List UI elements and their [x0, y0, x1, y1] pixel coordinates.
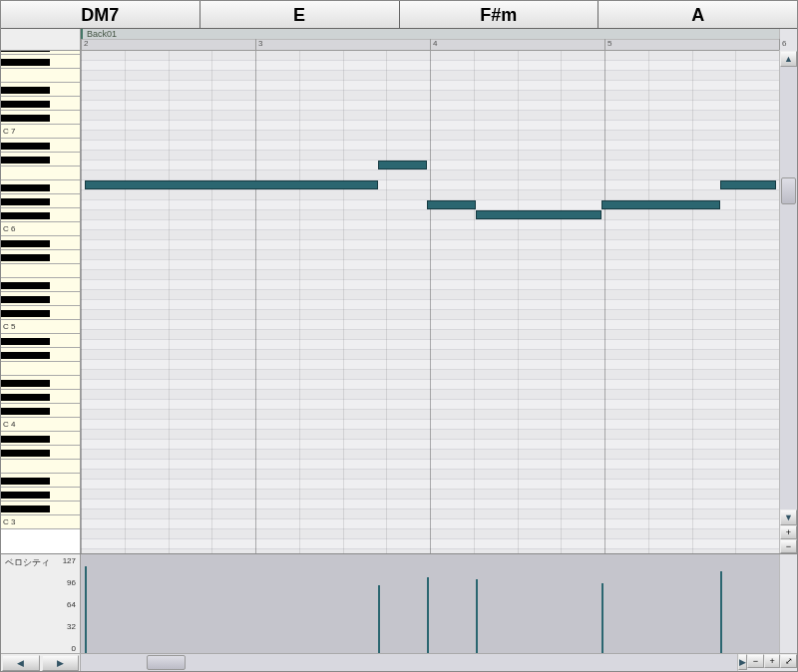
- beatline: [692, 51, 693, 553]
- black-key[interactable]: [1, 143, 50, 150]
- velocity-tick: 96: [67, 578, 76, 587]
- black-key[interactable]: [1, 352, 50, 359]
- velocity-bar[interactable]: [601, 583, 603, 653]
- note-grid[interactable]: [81, 51, 779, 553]
- midi-note[interactable]: [601, 200, 720, 209]
- black-key[interactable]: [1, 240, 50, 247]
- black-key[interactable]: [1, 101, 50, 108]
- vscroll-thumb[interactable]: [781, 177, 796, 204]
- beatline: [735, 51, 736, 553]
- vzoom-in-button[interactable]: +: [780, 525, 797, 539]
- black-key[interactable]: [1, 157, 50, 164]
- scroll-down-button[interactable]: ▼: [780, 509, 797, 525]
- timeline-ruler[interactable]: Back01 23456: [81, 29, 779, 51]
- hscroll-thumb[interactable]: [147, 655, 186, 670]
- velocity-bar[interactable]: [720, 571, 722, 653]
- beatline: [343, 51, 344, 553]
- chord-cell[interactable]: A: [598, 1, 797, 28]
- velocity-tick: 64: [67, 600, 76, 609]
- chord-cell[interactable]: DM7: [1, 1, 200, 28]
- octave-label: C 5: [3, 322, 15, 331]
- beat-marker: 6: [779, 39, 786, 50]
- midi-note[interactable]: [378, 161, 427, 169]
- scroll-right-button[interactable]: ▶: [42, 655, 80, 671]
- black-key[interactable]: [1, 212, 50, 219]
- velocity-lane: ベロシティ 1279664320: [1, 553, 797, 653]
- octave-label: C 3: [3, 517, 15, 526]
- horizontal-scrollbar[interactable]: ◀ ▶ ▶ − + ⤢: [1, 653, 797, 671]
- white-key[interactable]: [1, 264, 80, 278]
- piano-keyboard-column: C 7C 6C 5C 4C 3: [1, 51, 81, 553]
- midi-note[interactable]: [476, 210, 601, 219]
- black-key[interactable]: [1, 282, 50, 289]
- white-key[interactable]: [1, 362, 80, 376]
- chord-cell[interactable]: F#m: [400, 1, 599, 28]
- black-key[interactable]: [1, 115, 50, 122]
- black-key[interactable]: [1, 59, 50, 66]
- octave-label: C 4: [3, 420, 15, 429]
- white-key[interactable]: [1, 69, 80, 83]
- velocity-bar[interactable]: [476, 579, 478, 653]
- hzoom-out-button[interactable]: −: [747, 654, 764, 668]
- beatline: [169, 51, 170, 553]
- scroll-up-button[interactable]: ▲: [780, 51, 797, 67]
- chord-cell[interactable]: E: [200, 1, 400, 28]
- black-key[interactable]: [1, 450, 50, 457]
- black-key[interactable]: [1, 492, 50, 499]
- velocity-tick: 0: [72, 644, 76, 653]
- beat-marker: 5: [604, 39, 611, 50]
- beat-marker: 2: [81, 39, 88, 50]
- black-key[interactable]: [1, 87, 50, 94]
- black-key[interactable]: [1, 184, 50, 191]
- black-key[interactable]: [1, 394, 50, 401]
- black-key[interactable]: [1, 478, 50, 485]
- black-key[interactable]: [1, 380, 50, 387]
- barline: [430, 51, 431, 553]
- beatline: [518, 51, 519, 553]
- black-key[interactable]: [1, 310, 50, 317]
- black-key[interactable]: [1, 296, 50, 303]
- black-key[interactable]: [1, 51, 50, 52]
- beatline: [386, 51, 387, 553]
- beatline: [211, 51, 212, 553]
- velocity-scroll-spacer: [779, 554, 797, 653]
- black-key[interactable]: [1, 436, 50, 443]
- black-key[interactable]: [1, 198, 50, 205]
- scroll-left-button[interactable]: ◀: [2, 655, 40, 671]
- velocity-bar[interactable]: [85, 566, 87, 653]
- vscroll-track[interactable]: [780, 67, 797, 509]
- white-key[interactable]: [1, 460, 80, 474]
- barline: [255, 51, 256, 553]
- black-key[interactable]: [1, 254, 50, 261]
- hzoom-fit-button[interactable]: ⤢: [780, 654, 797, 668]
- midi-note[interactable]: [427, 200, 476, 209]
- chord-track: DM7 E F#m A: [1, 1, 797, 29]
- white-key[interactable]: [1, 167, 80, 180]
- hscroll-track[interactable]: [81, 654, 737, 671]
- black-key[interactable]: [1, 338, 50, 345]
- hzoom-in-button[interactable]: +: [764, 654, 781, 668]
- midi-note[interactable]: [720, 180, 776, 189]
- velocity-bar[interactable]: [427, 577, 429, 653]
- beatline: [125, 51, 126, 553]
- beatline: [648, 51, 649, 553]
- velocity-tick: 127: [63, 556, 76, 565]
- ruler-corner: [1, 29, 81, 51]
- vzoom-out-button[interactable]: −: [780, 539, 797, 553]
- beatline: [299, 51, 300, 553]
- velocity-area[interactable]: [81, 554, 779, 653]
- piano-roll-editor: DM7 E F#m A Back01 23456 C 7C 6C 5C 4C 3…: [0, 0, 798, 672]
- piano-keyboard[interactable]: C 7C 6C 5C 4C 3: [1, 51, 80, 553]
- scroll-right-end-button[interactable]: ▶: [738, 654, 747, 670]
- velocity-tick: 32: [67, 622, 76, 631]
- black-key[interactable]: [1, 408, 50, 415]
- ruler-row: Back01 23456: [1, 29, 797, 51]
- beat-marker: 4: [430, 39, 437, 50]
- vertical-scrollbar[interactable]: ▲ ▼ + −: [779, 51, 797, 553]
- midi-note[interactable]: [85, 180, 378, 189]
- black-key[interactable]: [1, 505, 50, 512]
- velocity-bar[interactable]: [378, 585, 380, 653]
- beat-marker: 3: [255, 39, 262, 50]
- velocity-title: ベロシティ: [5, 556, 50, 569]
- octave-label: C 6: [3, 224, 15, 233]
